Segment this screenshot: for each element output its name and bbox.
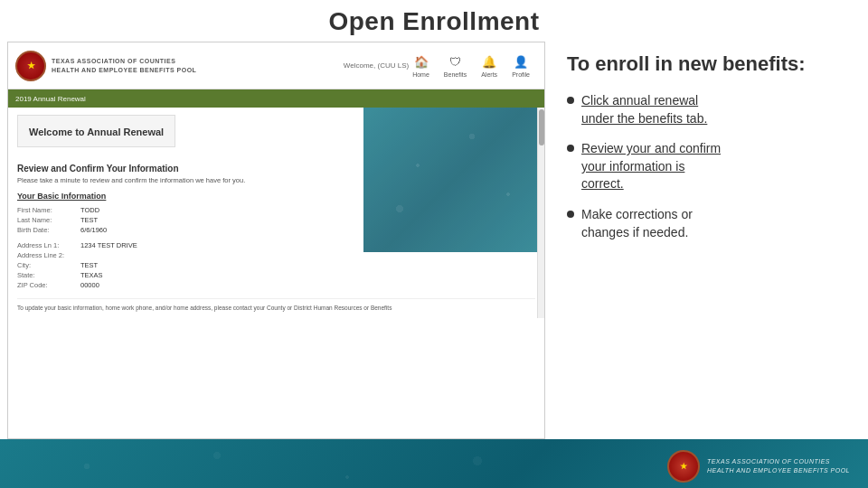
field-label-birth-date: Birth Date:: [17, 226, 80, 234]
mock-logo: ★ Texas Association of Counties Health a…: [15, 51, 344, 81]
field-value-zip: 00000: [80, 281, 99, 289]
field-label-first-name: First Name:: [17, 206, 80, 214]
bell-icon: 🔔: [481, 53, 497, 70]
field-value-first-name: TODD: [80, 206, 99, 214]
teal-inner: [363, 108, 544, 252]
logo-text: Texas Association of Counties Health and…: [52, 57, 196, 75]
breadcrumb-text: 2019 Annual Renewal: [15, 95, 86, 103]
field-value-address1: 1234 TEST DRIVE: [80, 241, 137, 249]
scrollbar[interactable]: [537, 108, 544, 318]
logo-circle-icon: ★: [15, 51, 46, 81]
field-label-zip: ZIP Code:: [17, 281, 80, 289]
welcome-box-title: Welcome to Annual Renewal: [29, 127, 164, 137]
mock-app-header: ★ Texas Association of Counties Health a…: [8, 42, 544, 89]
bullet-text-1-underline: Click annual renewalunder the benefits t…: [581, 93, 707, 126]
field-label-address2: Address Line 2:: [17, 251, 80, 259]
field-label-state: State:: [17, 271, 80, 279]
profile-icon: 👤: [513, 53, 529, 70]
field-label-city: City:: [17, 261, 80, 269]
bullet-list: Click annual renewalunder the benefits t…: [567, 92, 850, 241]
nav-alerts[interactable]: 🔔 Alerts: [481, 53, 497, 78]
main-content: ★ Texas Association of Counties Health a…: [0, 42, 868, 439]
bullet-item-1: Click annual renewalunder the benefits t…: [567, 92, 850, 127]
field-value-birth-date: 6/6/1960: [80, 226, 107, 234]
shield-icon: 🛡: [448, 53, 464, 70]
bullet-dot-2: [567, 145, 574, 152]
field-zip: ZIP Code: 00000: [17, 281, 535, 289]
bullet-item-3: Make corrections orchanges if needed.: [567, 206, 850, 241]
enroll-heading: To enroll in new benefits:: [567, 52, 850, 76]
nav-alerts-label: Alerts: [481, 71, 497, 78]
mock-screenshot-panel: ★ Texas Association of Counties Health a…: [7, 42, 545, 439]
footer-logo-circle: ★: [667, 450, 700, 483]
bullet-item-2: Review your and confirmyour information …: [567, 140, 850, 193]
nav-profile-label: Profile: [512, 71, 530, 78]
bullet-text-3: Make corrections orchanges if needed.: [581, 206, 850, 241]
mock-nav-bar: 🏠 Home 🛡 Benefits 🔔 Alerts 👤 Profile: [412, 53, 537, 78]
field-value-state: TEXAS: [80, 271, 103, 279]
bullet-dot-1: [567, 97, 574, 104]
field-address2: Address Line 2:: [17, 251, 535, 259]
mock-body: Welcome to Annual Renewal Review and Con…: [8, 108, 544, 318]
field-label-last-name: Last Name:: [17, 216, 80, 224]
nav-benefits[interactable]: 🛡 Benefits: [444, 53, 467, 78]
bullet-text-2: Review your and confirmyour information …: [581, 140, 850, 193]
bullet-text-2-underline: Review your and confirmyour information …: [581, 141, 721, 191]
field-value-last-name: TEST: [80, 216, 98, 224]
footer-logo: ★ Texas Association of Counties Health a…: [667, 450, 850, 483]
bottom-note: To update your basic information, home w…: [17, 298, 535, 311]
bullet-dot-3: [567, 211, 574, 218]
field-state: State: TEXAS: [17, 271, 535, 279]
footer: ★ Texas Association of Counties Health a…: [0, 439, 868, 488]
footer-logo-text: Texas Association of Counties Health and…: [707, 457, 850, 476]
field-label-address1: Address Ln 1:: [17, 241, 80, 249]
teal-decorative-block: [363, 108, 544, 252]
breadcrumb-bar: 2019 Annual Renewal: [8, 89, 544, 108]
nav-home-label: Home: [412, 71, 429, 78]
nav-benefits-label: Benefits: [444, 71, 467, 78]
field-city: City: TEST: [17, 261, 535, 269]
page-title: Open Enrollment: [0, 0, 868, 42]
field-value-city: TEST: [80, 261, 98, 269]
welcome-box: Welcome to Annual Renewal: [17, 115, 175, 147]
instructions-panel: To enroll in new benefits: Click annual …: [545, 42, 868, 439]
scrollbar-thumb[interactable]: [539, 109, 544, 145]
home-icon: 🏠: [413, 53, 429, 70]
nav-home[interactable]: 🏠 Home: [412, 53, 429, 78]
bullet-text-1: Click annual renewalunder the benefits t…: [581, 92, 850, 127]
nav-profile[interactable]: 👤 Profile: [512, 53, 530, 78]
welcome-user-text: Welcome, (CUU LS): [344, 61, 412, 70]
